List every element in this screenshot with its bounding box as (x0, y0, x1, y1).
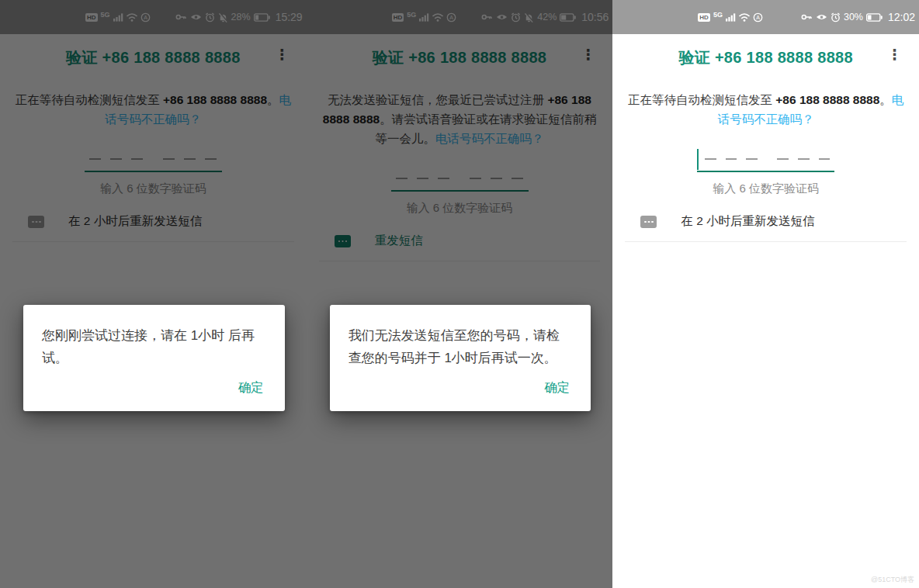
eye-icon (816, 13, 827, 21)
alarm-icon (831, 12, 841, 22)
battery-percent: 30% (844, 12, 863, 22)
dialog-scrim[interactable] (307, 0, 613, 588)
wifi-icon (739, 13, 750, 22)
svg-text:A: A (756, 15, 760, 20)
divider (625, 241, 907, 242)
alert-dialog: 我们无法发送短信至您的号码，请检查您的号码并于 1小时后再试一次。 确定 (330, 305, 591, 411)
code-input[interactable] (697, 147, 834, 172)
hd-icon: HD (698, 13, 710, 22)
ok-button[interactable]: 确定 (544, 379, 570, 396)
code-hint: 输入 6 位数字验证码 (612, 182, 919, 196)
code-dash (819, 158, 831, 160)
phone-number: +86 188 8888 8888 (775, 93, 879, 106)
triple-screenshot-canvas: HD 5G A 28% 15:29 验证 +86 188 8888 8888 ⋮… (0, 0, 919, 588)
resend-sms-row: 在 2 小时后重新发送短信 (612, 213, 919, 230)
auto-sync-icon: A (753, 12, 763, 22)
app-bar: 验证 +86 188 8888 8888 ⋮ (612, 34, 919, 78)
verification-screen-2: HD 5G A 42% 10:56 验证 +86 188 8888 8888 ⋮… (307, 0, 613, 588)
page-title: 验证 +86 188 8888 8888 (678, 49, 853, 66)
dialog-message: 我们无法发送短信至您的号码，请检查您的号码并于 1小时后再试一次。 (349, 324, 573, 369)
verification-instructions: 正在等待自动检测短信发至 +86 188 8888 8888。电话号码不正确吗？ (612, 90, 919, 129)
key-icon (801, 13, 813, 21)
status-bar: HD 5G A 30% 12:02 (612, 0, 919, 34)
status-left-group: HD 5G A (698, 12, 763, 22)
code-dash (798, 158, 810, 160)
resend-label: 在 2 小时后重新发送短信 (681, 213, 814, 230)
verification-screen-1: HD 5G A 28% 15:29 验证 +86 188 8888 8888 ⋮… (0, 0, 307, 588)
alert-dialog: 您刚刚尝试过连接，请在 1小时 后再试。 确定 (23, 305, 285, 411)
battery-icon (866, 13, 883, 22)
code-dash (705, 158, 716, 160)
code-dash (726, 158, 737, 160)
watermark: @51CTO博客 (871, 575, 914, 585)
code-dashes (697, 147, 834, 171)
more-options-icon[interactable]: ⋮ (884, 45, 905, 65)
sms-icon (640, 216, 657, 228)
code-dash (746, 158, 758, 160)
text-cursor (697, 149, 699, 170)
instruction-text-post: 。 (879, 93, 892, 106)
network-5g-label: 5G (713, 11, 723, 19)
verification-screen-3: HD 5G A 30% 12:02 验证 +86 188 8888 8888 ⋮… (612, 0, 919, 588)
status-right-group: 30% 12:02 (801, 11, 915, 23)
ok-button[interactable]: 确定 (238, 379, 264, 396)
status-time: 12:02 (888, 11, 915, 23)
code-dash (777, 158, 789, 160)
instruction-text: 正在等待自动检测短信发至 (628, 93, 775, 106)
dialog-message: 您刚刚尝试过连接，请在 1小时 后再试。 (42, 324, 266, 369)
dialog-scrim[interactable] (0, 0, 307, 588)
signal-icon (726, 13, 736, 22)
